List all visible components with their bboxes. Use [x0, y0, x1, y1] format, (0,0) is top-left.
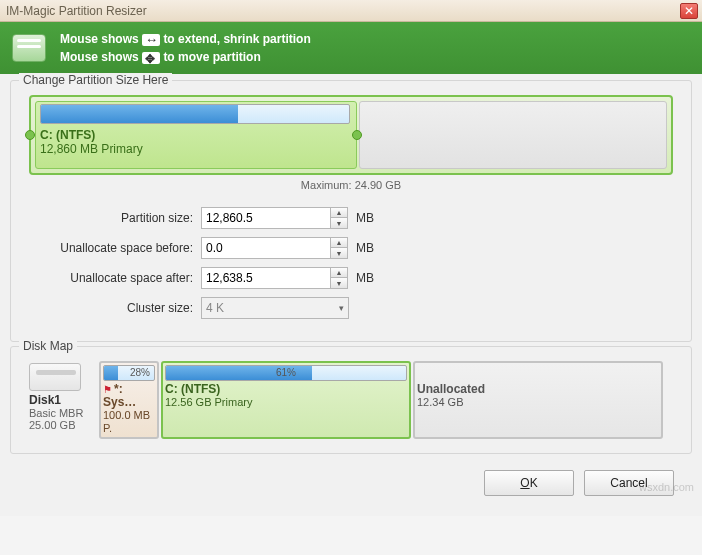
partition-used-region[interactable]: C: (NTFS) 12,860 MB Primary [35, 101, 357, 169]
disk-icon [29, 363, 81, 391]
partition-usage-bar [40, 104, 350, 124]
hint-line2-prefix: Mouse shows [60, 50, 139, 64]
ok-button[interactable]: OK [484, 470, 574, 496]
map-c-percent: 61% [166, 367, 406, 378]
map-partition-c[interactable]: 61% C: (NTFS) 12.56 GB Primary [161, 361, 411, 439]
map-partition-unallocated[interactable]: Unallocated 12.34 GB [413, 361, 663, 439]
spin-up-icon[interactable]: ▲ [331, 208, 347, 218]
unit-unalloc-before: MB [356, 241, 374, 255]
row-partition-size: Partition size: ▲ ▼ MB [29, 207, 673, 229]
partition-free-region[interactable] [359, 101, 667, 169]
close-button[interactable]: ✕ [680, 3, 698, 19]
hint-text: Mouse shows to extend, shrink partition … [60, 30, 311, 66]
input-unalloc-after[interactable] [201, 267, 331, 289]
map-sys-fill [104, 366, 118, 380]
spin-partition-size: ▲ ▼ [201, 207, 348, 229]
label-unalloc-after: Unallocate space after: [29, 271, 201, 285]
move-cursor-icon [142, 52, 160, 64]
input-partition-size[interactable] [201, 207, 331, 229]
select-cluster-size[interactable]: 4 K ▾ [201, 297, 349, 319]
partition-sub: 12,860 MB Primary [40, 142, 350, 156]
flag-icon: ⚑ [103, 384, 112, 395]
ok-label-suffix: K [530, 476, 538, 490]
disk-map-body: Disk1 Basic MBR 25.00 GB 28% ⚑*: Sys… 10… [21, 357, 681, 443]
hint-line2-suffix: to move partition [163, 50, 260, 64]
label-cluster-size: Cluster size: [29, 301, 201, 315]
row-unalloc-after: Unallocate space after: ▲ ▼ MB [29, 267, 673, 289]
hint-banner: Mouse shows to extend, shrink partition … [0, 22, 702, 74]
title-bar: IM-Magic Partition Resizer ✕ [0, 0, 702, 22]
map-c-name: C: (NTFS) [165, 382, 220, 396]
map-partition-system[interactable]: 28% ⚑*: Sys… 100.0 MB P. [99, 361, 159, 439]
spin-down-icon[interactable]: ▼ [331, 248, 347, 258]
watermark: wsxdn.com [639, 481, 694, 493]
label-partition-size: Partition size: [29, 211, 201, 225]
map-un-name: Unallocated [417, 382, 485, 396]
disk-map-legend: Disk Map [19, 339, 77, 353]
chevron-down-icon: ▾ [339, 303, 344, 313]
disk-map-group: Disk Map Disk1 Basic MBR 25.00 GB 28% ⚑*… [10, 346, 692, 454]
input-unalloc-before[interactable] [201, 237, 331, 259]
resize-cursor-icon [142, 34, 160, 46]
row-unalloc-before: Unallocate space before: ▲ ▼ MB [29, 237, 673, 259]
content-area: Change Partition Size Here C: (NTFS) 12,… [0, 74, 702, 516]
disk-size: 25.00 GB [29, 419, 93, 431]
change-partition-group: Change Partition Size Here C: (NTFS) 12,… [10, 80, 692, 342]
size-form: Partition size: ▲ ▼ MB Unallocate space … [29, 207, 673, 319]
dialog-footer: OK Cancel [10, 458, 692, 506]
spin-down-icon[interactable]: ▼ [331, 218, 347, 228]
unit-unalloc-after: MB [356, 271, 374, 285]
disk-info: Disk1 Basic MBR 25.00 GB [25, 361, 97, 439]
hint-line1-suffix: to extend, shrink partition [163, 32, 310, 46]
partition-usage-fill [41, 105, 238, 123]
change-partition-legend: Change Partition Size Here [19, 73, 172, 87]
map-un-sub: 12.34 GB [417, 396, 659, 409]
disk-type: Basic MBR [29, 407, 93, 419]
partition-bar[interactable]: C: (NTFS) 12,860 MB Primary [29, 95, 673, 175]
spin-up-icon[interactable]: ▲ [331, 238, 347, 248]
window-title: IM-Magic Partition Resizer [4, 4, 680, 18]
disk-name: Disk1 [29, 393, 93, 407]
resize-handle-left[interactable] [25, 130, 35, 140]
close-icon: ✕ [684, 4, 694, 18]
map-c-sub: 12.56 GB Primary [165, 396, 407, 409]
spin-down-icon[interactable]: ▼ [331, 278, 347, 288]
select-cluster-value: 4 K [206, 301, 224, 315]
row-cluster-size: Cluster size: 4 K ▾ [29, 297, 673, 319]
drive-stack-icon [12, 34, 46, 62]
spin-unalloc-before: ▲ ▼ [201, 237, 348, 259]
maximum-label: Maximum: 24.90 GB [29, 179, 673, 191]
map-sys-percent: 28% [130, 367, 150, 378]
hint-line1-prefix: Mouse shows [60, 32, 139, 46]
map-sys-sub: 100.0 MB P. [103, 409, 155, 435]
partition-name: C: (NTFS) [40, 128, 350, 142]
spin-up-icon[interactable]: ▲ [331, 268, 347, 278]
unit-partition-size: MB [356, 211, 374, 225]
label-unalloc-before: Unallocate space before: [29, 241, 201, 255]
spin-unalloc-after: ▲ ▼ [201, 267, 348, 289]
